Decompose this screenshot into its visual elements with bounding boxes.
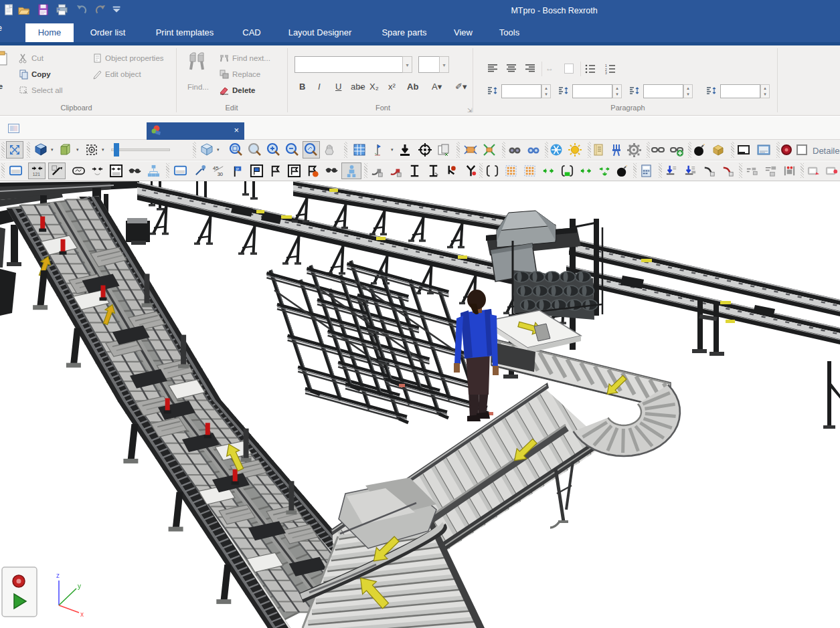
svg-text:z: z xyxy=(56,572,60,579)
svg-text:121: 121 xyxy=(32,172,39,177)
svg-text:P: P xyxy=(236,167,239,172)
svg-text:x: x xyxy=(80,611,84,618)
svg-text:45: 45 xyxy=(212,165,218,171)
svg-text:30: 30 xyxy=(217,171,222,177)
svg-text:3: 3 xyxy=(605,71,607,74)
svg-text:y: y xyxy=(78,583,81,590)
